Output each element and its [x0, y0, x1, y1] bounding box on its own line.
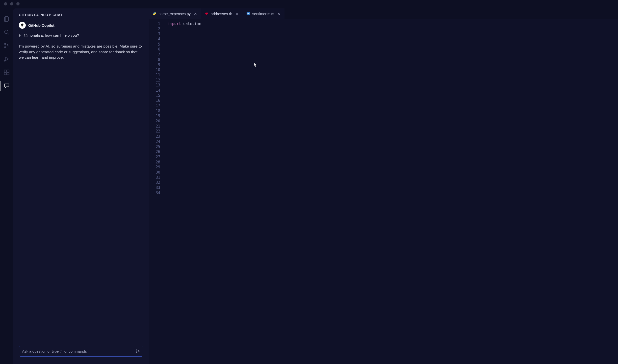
source-control-icon[interactable]	[3, 42, 10, 49]
chat-messages: GitHub Copilot Hi @monalisa, how can I h…	[13, 20, 149, 342]
svg-rect-7	[4, 73, 6, 75]
line-number: 18	[149, 108, 160, 114]
python-file-icon	[153, 12, 156, 15]
line-number: 3	[149, 31, 160, 37]
window-titlebar	[0, 0, 618, 7]
line-number: 33	[149, 185, 160, 190]
code-identifier: datetime	[181, 22, 201, 26]
chat-icon[interactable]	[3, 82, 10, 89]
close-icon[interactable]: ✕	[235, 12, 239, 16]
chat-input-area	[13, 342, 149, 364]
line-number: 21	[149, 124, 160, 129]
editor-tab[interactable]: parse_expenses.py✕	[149, 8, 201, 19]
search-icon[interactable]	[3, 29, 10, 36]
line-number: 12	[149, 78, 160, 83]
copilot-avatar	[19, 22, 26, 29]
editor-tab[interactable]: addresses.rb✕	[201, 8, 243, 19]
chat-message-header: GitHub Copilot	[19, 22, 143, 29]
svg-point-2	[4, 47, 6, 48]
window-zoom-button[interactable]	[16, 2, 20, 5]
svg-rect-5	[4, 70, 6, 72]
code-editor[interactable]: 1234567891011121314151617181920212223242…	[149, 19, 618, 364]
main-surface: GITHUB COPILOT: CHAT GitHub Copilot Hi @…	[0, 7, 618, 364]
svg-rect-8	[7, 73, 9, 75]
line-number: 32	[149, 180, 160, 185]
chat-sender-name: GitHub Copilot	[28, 23, 54, 27]
svg-point-1	[4, 43, 6, 45]
code-keyword: import	[168, 22, 181, 26]
svg-rect-6	[7, 70, 9, 72]
run-debug-icon[interactable]	[3, 55, 10, 62]
chat-greeting-suffix: , how can I help you?	[43, 33, 79, 37]
line-number: 34	[149, 190, 160, 196]
line-number: 28	[149, 160, 160, 165]
send-icon[interactable]	[135, 349, 140, 354]
svg-point-3	[8, 45, 9, 46]
line-number: 29	[149, 165, 160, 170]
chat-mention: @monalisa	[24, 33, 43, 37]
window-minimize-button[interactable]	[10, 2, 13, 5]
activity-bar	[0, 7, 13, 364]
editor-area: parse_expenses.py✕addresses.rb✕TSsentime…	[149, 8, 618, 364]
extensions-icon[interactable]	[3, 69, 10, 76]
typescript-file-icon: TS	[247, 12, 250, 15]
line-number: 8	[149, 57, 160, 62]
chat-greeting-line: Hi @monalisa, how can I help you?	[19, 33, 143, 38]
line-number: 30	[149, 170, 160, 175]
line-number: 13	[149, 83, 160, 88]
code-line[interactable]: import datetime	[168, 21, 201, 26]
svg-point-4	[4, 60, 5, 61]
editor-tab-label: parse_expenses.py	[158, 12, 191, 16]
line-number: 9	[149, 62, 160, 68]
line-number: 5	[149, 42, 160, 47]
line-number: 1	[149, 21, 160, 26]
ruby-file-icon	[205, 12, 208, 15]
line-number-gutter: 1234567891011121314151617181920212223242…	[149, 21, 163, 364]
chat-panel-title: GITHUB COPILOT: CHAT	[13, 8, 149, 20]
line-number: 20	[149, 119, 160, 124]
close-icon[interactable]: ✕	[277, 12, 281, 16]
line-number: 17	[149, 103, 160, 108]
line-number: 27	[149, 155, 160, 160]
line-number: 31	[149, 175, 160, 180]
line-number: 22	[149, 129, 160, 134]
svg-point-0	[4, 30, 8, 33]
line-number: 25	[149, 144, 160, 150]
chat-panel: GITHUB COPILOT: CHAT GitHub Copilot Hi @…	[13, 8, 149, 364]
line-number: 23	[149, 134, 160, 139]
line-number: 11	[149, 73, 160, 78]
editor-tab-label: addresses.rb	[211, 12, 232, 16]
line-number: 16	[149, 98, 160, 103]
line-number: 4	[149, 37, 160, 42]
line-number: 26	[149, 149, 160, 155]
chat-text-input[interactable]	[22, 349, 135, 353]
line-number: 19	[149, 113, 160, 119]
line-number: 24	[149, 139, 160, 144]
chat-greeting-prefix: Hi	[19, 33, 24, 37]
editor-tab-label: sentiments.ts	[252, 12, 274, 16]
line-number: 10	[149, 67, 160, 73]
editor-tab-bar: parse_expenses.py✕addresses.rb✕TSsentime…	[149, 8, 618, 19]
chat-disclaimer-line: I'm powered by AI, so surprises and mist…	[19, 44, 143, 60]
close-icon[interactable]: ✕	[194, 12, 197, 16]
chat-input-box[interactable]	[19, 346, 143, 357]
explorer-icon[interactable]	[3, 15, 10, 22]
line-number: 15	[149, 93, 160, 98]
editor-tab[interactable]: TSsentiments.ts✕	[243, 8, 284, 19]
line-number: 14	[149, 88, 160, 93]
code-content[interactable]: import datetime	[163, 21, 201, 364]
window-close-button[interactable]	[4, 2, 7, 5]
line-number: 2	[149, 26, 160, 32]
chat-divider	[13, 66, 149, 66]
line-number: 6	[149, 47, 160, 52]
line-number: 7	[149, 52, 160, 57]
